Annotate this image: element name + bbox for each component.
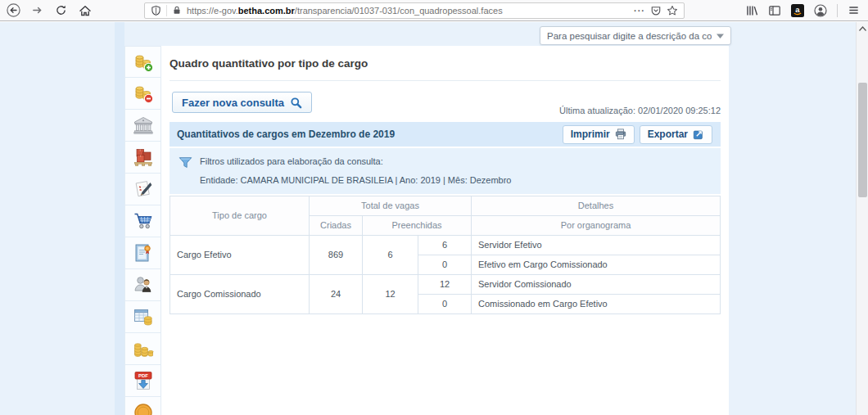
header-preenchidas: Preenchidas — [363, 216, 472, 236]
lock-icon — [172, 5, 182, 16]
pdf-download-icon: PDF — [133, 370, 154, 391]
new-query-button[interactable]: Fazer nova consulta — [172, 92, 312, 113]
browser-toolbar: https://e-gov.betha.com.br/transparencia… — [0, 0, 868, 21]
forward-button[interactable] — [30, 3, 44, 17]
print-button[interactable]: Imprimir — [563, 125, 635, 144]
sidebar-item-coin-stacks[interactable] — [124, 333, 161, 365]
sidebar-item-coins-remove[interactable] — [124, 78, 161, 110]
bookmark-star-icon[interactable] — [667, 5, 678, 16]
header-por-organograma: Por organograma — [472, 216, 721, 236]
new-query-label: Fazer nova consulta — [182, 97, 284, 109]
cell-organograma: Efetivo em Cargo Comissionado — [472, 255, 721, 275]
bank-building-icon — [133, 115, 154, 136]
url-text: https://e-gov.betha.com.br/transparencia… — [187, 6, 629, 16]
print-label: Imprimir — [571, 129, 610, 140]
sidebar-item-coin[interactable] — [124, 397, 161, 415]
cell-tipo: Cargo Efetivo — [170, 236, 310, 275]
url-domain: betha.com.br — [238, 6, 295, 16]
back-arrow-icon — [7, 3, 20, 17]
tracking-shield-icon[interactable] — [151, 5, 161, 16]
sidebar-item-bank[interactable] — [124, 110, 161, 142]
chevron-up-icon — [859, 26, 866, 31]
page-title: Quadro quantitativo por tipo de cargo — [170, 57, 721, 81]
cell-tipo: Cargo Comissionado — [170, 275, 310, 314]
cell-criadas: 24 — [310, 275, 363, 314]
menu-icon[interactable] — [848, 4, 860, 16]
cell-organograma: Servidor Efetivo — [472, 236, 721, 255]
red-boxes-icon — [133, 147, 154, 168]
filters-text: Filtros utilizados para elaboração da co… — [200, 156, 512, 185]
consulta-search-dropdown[interactable]: Para pesquisar digite a descrição da con… — [540, 26, 731, 45]
page-background: Para pesquisar digite a descrição da con… — [0, 22, 868, 415]
cell-criadas: 869 — [310, 236, 363, 275]
svg-text:a: a — [795, 5, 800, 14]
toolbar-row: Fazer nova consulta Última atualização: … — [172, 92, 721, 114]
table-row: Cargo Comissionado 24 12 12 Servidor Com… — [170, 275, 721, 295]
reload-button[interactable] — [54, 3, 68, 17]
spreadsheet-coins-icon — [133, 306, 154, 327]
last-update-text: Última atualização: 02/01/2020 09:25:12 — [559, 106, 721, 115]
filters-description: Entidade: CAMARA MUNICIPAL DE BRASILEIA … — [200, 175, 512, 185]
url-path: /transparencia/01037-031/con_quadropesso… — [295, 6, 503, 16]
address-bar[interactable]: https://e-gov.betha.com.br/transparencia… — [144, 2, 685, 19]
sidebar-toggle-icon[interactable] — [768, 4, 781, 17]
sidebar-item-boxes[interactable] — [124, 142, 161, 174]
coin-stacks-icon — [133, 338, 154, 359]
sidebar-menu: PDF — [124, 46, 161, 415]
cell-preenchidas: 6 — [363, 236, 418, 275]
cell-preenchidas: 12 — [363, 275, 418, 314]
search-icon — [290, 97, 302, 109]
forward-arrow-icon — [31, 4, 43, 16]
sidebar-item-people[interactable] — [124, 269, 161, 301]
library-icon[interactable] — [745, 4, 758, 17]
cell-quantidade: 0 — [418, 255, 472, 275]
sidebar-item-coins-add[interactable] — [124, 46, 161, 78]
filter-funnel-icon — [179, 156, 192, 170]
amazon-extension-icon[interactable]: a — [791, 4, 804, 17]
header-total-de-vagas: Total de vagas — [310, 196, 472, 216]
url-scheme: https://e-gov. — [187, 6, 238, 16]
header-tipo-de-cargo: Tipo de cargo — [170, 196, 310, 236]
quantitative-table: Tipo de cargo Total de vagas Detalhes Cr… — [170, 196, 721, 314]
export-icon — [693, 129, 704, 140]
divider — [166, 5, 167, 16]
coins-remove-icon — [133, 83, 154, 104]
header-detalhes: Detalhes — [472, 196, 721, 216]
cell-quantidade: 12 — [418, 275, 472, 295]
cell-organograma: Servidor Comissionado — [472, 275, 721, 295]
reload-icon — [55, 4, 67, 16]
pocket-icon[interactable] — [650, 5, 662, 16]
coins-add-icon — [133, 52, 154, 73]
sidebar-strip — [115, 22, 124, 415]
sidebar-item-spreadsheet[interactable] — [124, 301, 161, 333]
cell-quantidade: 0 — [418, 295, 472, 314]
home-icon — [79, 4, 92, 17]
filters-box: Filtros utilizados para elaboração da co… — [170, 148, 721, 194]
filters-title: Filtros utilizados para elaboração da co… — [200, 156, 512, 166]
scrollbar-up-button[interactable] — [857, 22, 868, 34]
content-panel: Quadro quantitativo por tipo de cargo Fa… — [161, 46, 729, 415]
home-button[interactable] — [78, 3, 92, 17]
shopping-cart-icon — [133, 210, 154, 232]
printer-icon — [615, 129, 626, 140]
account-icon[interactable] — [814, 4, 827, 17]
export-button[interactable]: Exportar — [640, 125, 712, 144]
svg-text:PDF: PDF — [138, 373, 148, 378]
page-actions-icon[interactable]: ··· — [634, 6, 645, 16]
sidebar-item-pdf[interactable]: PDF — [124, 365, 161, 397]
back-button[interactable] — [7, 3, 20, 17]
chevron-down-icon — [717, 34, 724, 38]
certificate-icon — [133, 242, 154, 264]
sidebar-item-document[interactable] — [124, 174, 161, 205]
coin-icon — [133, 402, 154, 415]
people-icon — [133, 274, 154, 295]
toolbar-right: a — [745, 4, 860, 17]
section-title: Quantitativos de cargos em Dezembro de 2… — [177, 129, 563, 140]
scrollbar-thumb[interactable] — [858, 83, 867, 197]
page-scrollbar[interactable] — [856, 22, 868, 415]
cell-organograma: Comissionado em Cargo Efetivo — [472, 295, 721, 314]
export-label: Exportar — [648, 129, 688, 140]
sidebar-item-certificate[interactable] — [124, 237, 161, 269]
sidebar-item-cart[interactable] — [124, 205, 161, 237]
document-pen-icon — [133, 178, 154, 200]
